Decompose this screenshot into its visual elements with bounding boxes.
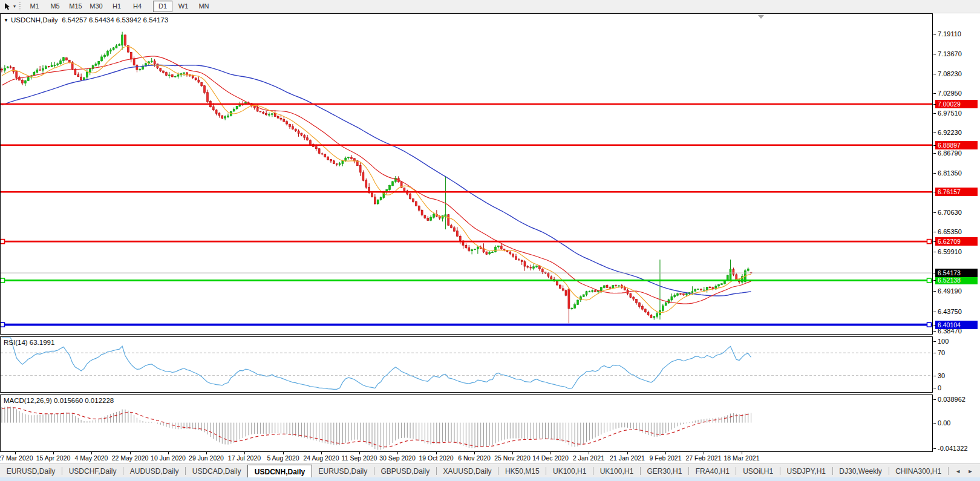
price-axis-label: 6.86790	[938, 149, 962, 157]
price-axis-label: 0.00	[938, 419, 950, 427]
price-axis-tick	[933, 273, 936, 273]
tab-scroll-left-icon[interactable]: ◄	[955, 468, 961, 474]
mt4-window: ▾ M1M5M15M30H1H4D1W1MN ▼USDCNH,Daily 6.5…	[0, 0, 980, 481]
hline-handle[interactable]	[1, 278, 5, 283]
tab-usdcad-daily[interactable]: USDCAD,Daily	[186, 464, 247, 478]
price-axis-label: 0.038962	[938, 396, 965, 403]
price-axis-tick	[933, 113, 936, 114]
rsi-name: RSI(14)	[4, 339, 28, 346]
rsi-label: RSI(14) 63.1991	[4, 339, 54, 346]
tab-china300-h1[interactable]: CHINA300,H1	[889, 464, 948, 478]
price-axis-label: 6.81350	[938, 169, 962, 177]
price-axis-label: -0.041322	[938, 445, 968, 452]
main-chart-pane[interactable]: ▼USDCNH,Daily 6.54257 6.54434 6.53942 6.…	[0, 13, 933, 335]
tab-scroll-right-icon[interactable]: ►	[968, 468, 973, 474]
toolbar-grip[interactable]	[19, 2, 21, 11]
price-axis-tick	[933, 54, 936, 54]
price-axis-label: 6.43750	[938, 308, 962, 315]
price-axis-label: 6.92230	[938, 129, 962, 136]
price-axis-tick	[933, 312, 936, 312]
tab-eurusd-daily[interactable]: EURUSD,Daily	[0, 464, 62, 478]
price-axis-tick	[933, 232, 936, 232]
chart-symbol-period: USDCNH,Daily	[11, 16, 58, 24]
timeframe-button-h4[interactable]: H4	[128, 1, 147, 12]
price-axis-label: 70	[938, 349, 945, 356]
tab-dj30-weekly[interactable]: DJ30,Weekly	[833, 464, 889, 478]
macd-name: MACD(12,26,9)	[4, 397, 52, 404]
price-level-badge: 6.88897	[935, 141, 978, 149]
price-axis-tick	[933, 93, 936, 94]
macd-pane[interactable]: MACD(12,26,9) 0.015660 0.012228	[0, 394, 933, 452]
price-axis-label: 7.08230	[938, 70, 962, 77]
tool-dropdown-caret-icon[interactable]: ▾	[13, 4, 16, 9]
price-axis-tick	[933, 241, 936, 242]
rsi-value: 63.1991	[30, 339, 55, 346]
chart-shift-icon[interactable]	[758, 15, 764, 19]
price-axis-tick	[933, 104, 936, 105]
price-level-badge: 6.76157	[935, 188, 978, 196]
price-axis-tick	[933, 353, 936, 353]
tab-audusd-daily[interactable]: AUDUSD,Daily	[123, 464, 185, 478]
price-axis-label: 7.13670	[938, 50, 962, 57]
hline-handle[interactable]	[927, 322, 932, 327]
price-axis-tick	[933, 325, 936, 326]
tab-fra40-h1[interactable]: FRA40,H1	[689, 464, 736, 478]
price-axis-label: 6.70630	[938, 209, 962, 216]
tab-gbpusd-daily[interactable]: GBPUSD,Daily	[374, 464, 436, 478]
price-axis-label: 6.65350	[938, 228, 962, 235]
chart-ohlc-values: 6.54257 6.54434 6.53942 6.54173	[62, 16, 168, 24]
price-axis-tick	[933, 133, 936, 133]
price-axis-label: 6.97510	[938, 110, 962, 117]
tab-usdcnh-daily[interactable]: USDCNH,Daily	[247, 465, 312, 478]
price-axis-tick	[933, 212, 936, 213]
rsi-pane[interactable]: RSI(14) 63.1991	[0, 336, 933, 393]
timeframe-button-d1[interactable]: D1	[153, 1, 172, 12]
tab-scroll-arrows: ◄►	[948, 467, 980, 475]
price-level-badge: 6.52138	[935, 276, 978, 284]
timeframe-button-m5[interactable]: M5	[45, 1, 65, 12]
price-level-badge: 6.40104	[935, 321, 978, 329]
tab-usdchf-daily[interactable]: USDCHF,Daily	[62, 464, 123, 478]
hline-handle[interactable]	[1, 322, 5, 327]
timeframe-button-mn[interactable]: MN	[194, 1, 214, 12]
timeframe-button-w1[interactable]: W1	[174, 1, 193, 12]
tab-hk50-m15[interactable]: HK50,M15	[498, 464, 546, 478]
hline-handle[interactable]	[1, 240, 5, 244]
status-strip	[0, 477, 980, 481]
price-axis-tick	[933, 399, 936, 400]
tab-usoil-h1[interactable]: USOil,H1	[736, 464, 779, 478]
tab-uk100-h1[interactable]: UK100,H1	[593, 464, 640, 478]
date-axis-label: 18 Mar 2021	[716, 454, 767, 462]
timeframe-button-m15[interactable]: M15	[66, 1, 85, 12]
price-axis-label: 6.59910	[938, 248, 962, 255]
macd-value-signal: 0.012228	[85, 397, 114, 404]
timeframe-button-h1[interactable]: H1	[107, 1, 126, 12]
cursor-tool-icon[interactable]	[2, 2, 13, 11]
macd-label: MACD(12,26,9) 0.015660 0.012228	[4, 397, 114, 404]
hline-handle[interactable]	[927, 240, 932, 244]
price-axis-tick	[933, 192, 936, 192]
tab-ger30-h1[interactable]: GER30,H1	[641, 464, 688, 478]
price-axis-tick	[933, 341, 936, 342]
price-axis[interactable]: 7.191107.136707.082307.029506.975106.922…	[933, 13, 980, 452]
tab-eurusd-daily[interactable]: EURUSD,Daily	[312, 464, 374, 478]
price-axis-label: 100	[938, 338, 949, 345]
price-axis-tick	[933, 34, 936, 34]
price-axis-tick	[933, 331, 936, 332]
collapse-caret-icon[interactable]: ▼	[4, 18, 8, 23]
price-axis-tick	[933, 145, 936, 146]
chart-tabs-bar: EURUSD,DailyUSDCHF,DailyAUDUSD,DailyUSDC…	[0, 463, 980, 478]
price-axis-tick	[933, 74, 936, 74]
timeframe-button-m30[interactable]: M30	[87, 1, 106, 12]
timeframe-button-m1[interactable]: M1	[25, 1, 44, 12]
price-axis-tick	[933, 448, 936, 449]
hline-handle[interactable]	[927, 278, 932, 283]
tab-uk100-h1[interactable]: UK100,H1	[546, 464, 593, 478]
tab-xauusd-daily[interactable]: XAUUSD,Daily	[437, 464, 498, 478]
tab-usdjpy-h1[interactable]: USDJPY,H1	[780, 464, 832, 478]
price-axis-label: 0	[938, 384, 941, 391]
price-axis-label: 6.49190	[938, 287, 962, 295]
price-axis-tick	[933, 173, 936, 174]
chart-title: ▼USDCNH,Daily 6.54257 6.54434 6.53942 6.…	[4, 16, 168, 24]
date-axis[interactable]: 27 Mar 202015 Apr 20204 May 202022 May 2…	[0, 452, 933, 463]
